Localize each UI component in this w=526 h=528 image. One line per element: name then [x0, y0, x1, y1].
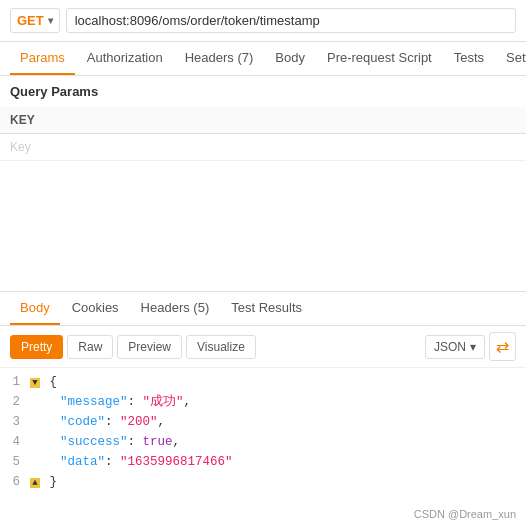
tab-settings[interactable]: Settings	[496, 42, 526, 75]
raw-button[interactable]: Raw	[67, 335, 113, 359]
line-content-5: "data": "1635996817466"	[30, 452, 526, 472]
request-tabs: Params Authorization Headers (7) Body Pr…	[0, 42, 526, 76]
line-content-1: ▼ {	[30, 372, 526, 392]
tab-tests[interactable]: Tests	[444, 42, 494, 75]
preview-button[interactable]: Preview	[117, 335, 182, 359]
line-num-5: 5	[0, 452, 30, 472]
table-row: Key	[0, 134, 526, 161]
line-num-6: 6	[0, 472, 30, 492]
tab-params[interactable]: Params	[10, 42, 75, 75]
line-content-4: "success": true,	[30, 432, 526, 452]
resp-tab-testresults[interactable]: Test Results	[221, 292, 312, 325]
line-content-6: ▲ }	[30, 472, 526, 492]
json-output: 1 ▼ { 2 "message": "成功", 3 "code": "200"…	[0, 368, 526, 496]
resp-toolbar: Pretty Raw Preview Visualize JSON ▾ ⇄	[0, 326, 526, 368]
format-select[interactable]: JSON ▾	[425, 335, 485, 359]
tab-prerequest[interactable]: Pre-request Script	[317, 42, 442, 75]
url-bar: GET ▾	[0, 0, 526, 42]
json-line-3: 3 "code": "200",	[0, 412, 526, 432]
key-cell[interactable]: Key	[0, 134, 363, 161]
params-table: KEY Key	[0, 107, 526, 161]
tab-headers[interactable]: Headers (7)	[175, 42, 264, 75]
method-label: GET	[17, 13, 44, 28]
json-line-2: 2 "message": "成功",	[0, 392, 526, 412]
collapse-icon-1[interactable]: ▼	[30, 378, 40, 388]
response-area: Body Cookies Headers (5) Test Results Pr…	[0, 292, 526, 496]
line-content-2: "message": "成功",	[30, 392, 526, 412]
wrap-icon[interactable]: ⇄	[489, 332, 516, 361]
method-select[interactable]: GET ▾	[10, 8, 60, 33]
line-num-4: 4	[0, 432, 30, 452]
format-label: JSON	[434, 340, 466, 354]
col-value	[363, 107, 526, 134]
line-num-1: 1	[0, 372, 30, 392]
tab-authorization[interactable]: Authorization	[77, 42, 173, 75]
tab-body[interactable]: Body	[265, 42, 315, 75]
resp-tab-body[interactable]: Body	[10, 292, 60, 325]
line-num-2: 2	[0, 392, 30, 412]
value-cell	[363, 134, 526, 161]
query-params-title: Query Params	[0, 76, 526, 107]
json-line-1: 1 ▼ {	[0, 372, 526, 392]
json-line-4: 4 "success": true,	[0, 432, 526, 452]
collapse-icon-6[interactable]: ▲	[30, 478, 40, 488]
pretty-button[interactable]: Pretty	[10, 335, 63, 359]
empty-params-area	[0, 161, 526, 291]
watermark: CSDN @Dream_xun	[414, 508, 516, 520]
resp-tab-headers[interactable]: Headers (5)	[131, 292, 220, 325]
response-tabs: Body Cookies Headers (5) Test Results	[0, 292, 526, 326]
json-line-6: 6 ▲ }	[0, 472, 526, 492]
col-key: KEY	[0, 107, 363, 134]
format-chevron: ▾	[470, 340, 476, 354]
visualize-button[interactable]: Visualize	[186, 335, 256, 359]
resp-tab-cookies[interactable]: Cookies	[62, 292, 129, 325]
line-num-3: 3	[0, 412, 30, 432]
method-chevron: ▾	[48, 15, 53, 26]
json-line-5: 5 "data": "1635996817466"	[0, 452, 526, 472]
url-input[interactable]	[66, 8, 516, 33]
line-content-3: "code": "200",	[30, 412, 526, 432]
